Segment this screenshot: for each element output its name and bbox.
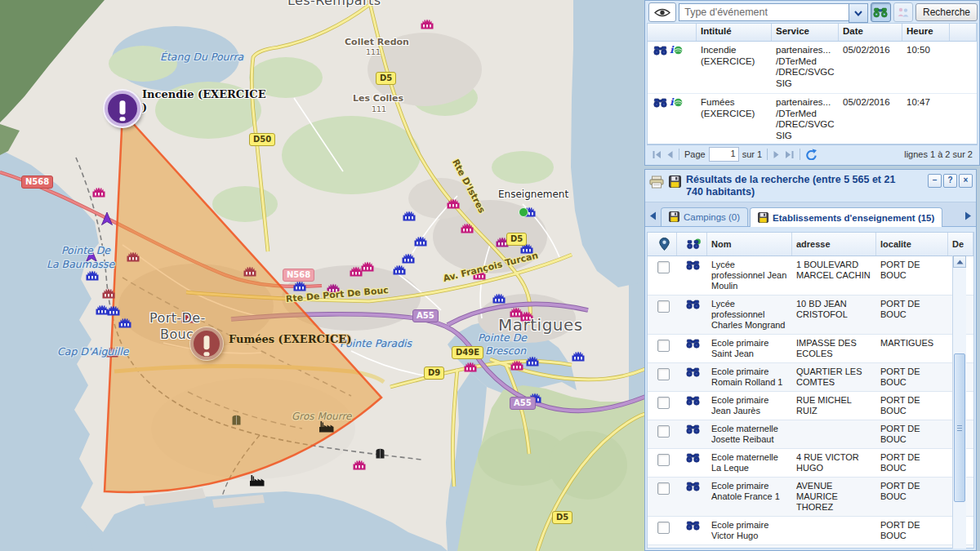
building-marker[interactable] <box>492 293 506 304</box>
results-scrollbar[interactable] <box>952 256 966 549</box>
tab-campings[interactable]: Campings (0) <box>661 207 748 226</box>
building-marker[interactable] <box>461 223 474 233</box>
building-marker[interactable] <box>361 261 374 272</box>
binoculars-icon[interactable] <box>686 396 700 408</box>
locate-on-map-button[interactable] <box>871 2 890 22</box>
result-row[interactable]: Ecole maternelle PORT DE BOUC <box>648 545 973 549</box>
binoculars-icon[interactable] <box>686 339 700 351</box>
binoculars-icon[interactable] <box>686 260 700 273</box>
result-row[interactable]: Ecole maternelle Josette Reibaut PORT DE… <box>648 420 973 449</box>
event-row[interactable]: i Fumées (EXERCICE) partenaires... /DTer… <box>648 94 977 144</box>
building-marker[interactable] <box>105 347 118 358</box>
building-marker[interactable] <box>107 305 120 316</box>
last-page-button[interactable] <box>784 150 795 159</box>
row-checkbox[interactable] <box>657 482 670 495</box>
building-marker[interactable] <box>572 351 585 362</box>
building-marker[interactable] <box>86 270 99 281</box>
row-checkbox[interactable] <box>657 397 670 409</box>
row-checkbox[interactable] <box>657 300 670 313</box>
minimize-button[interactable]: – <box>928 174 942 188</box>
building-marker[interactable] <box>293 281 306 291</box>
chevron-down-icon[interactable] <box>849 3 868 23</box>
people-filter-button[interactable] <box>893 2 913 22</box>
next-page-button[interactable] <box>773 150 781 159</box>
print-icon[interactable] <box>649 176 664 190</box>
event-type-value[interactable]: Type d'événement <box>679 3 849 21</box>
search-button[interactable]: Recherche <box>915 3 978 21</box>
tab-etablissements[interactable]: Etablissements d'enseignement (15) <box>750 207 942 227</box>
binoculars-icon[interactable] <box>686 367 700 380</box>
result-row[interactable]: Ecole primaire Anatole France 1 AVENUE M… <box>648 478 973 517</box>
binoculars-icon[interactable] <box>686 300 700 312</box>
event-header-service[interactable]: Service <box>772 24 839 41</box>
building-marker[interactable] <box>92 187 105 198</box>
tab-scroll-right-icon[interactable] <box>962 207 974 224</box>
result-row[interactable]: Ecole primaire Victor Hugo PORT DE BOUC <box>648 517 973 545</box>
scroll-up-icon[interactable] <box>953 256 966 268</box>
result-row[interactable]: Lycée professionnel Charles Mongrand 10 … <box>648 295 973 335</box>
event-row[interactable]: i Incendie (EXERCICE) partenaires... /DT… <box>648 42 977 94</box>
building-marker[interactable] <box>526 356 539 367</box>
header-nom[interactable]: Nom <box>707 233 792 256</box>
building-marker[interactable] <box>327 283 340 294</box>
building-marker[interactable] <box>520 311 533 322</box>
info-globe-icon[interactable]: i <box>670 46 683 55</box>
result-nom: Lycée professionnel Jean Moulin <box>707 256 792 295</box>
refresh-icon[interactable] <box>805 149 817 160</box>
binoculars-icon[interactable] <box>686 424 700 437</box>
result-nom: Ecole maternelle Josette Reibaut <box>707 420 792 448</box>
building-marker[interactable] <box>464 362 477 372</box>
building-marker[interactable] <box>510 360 523 371</box>
binoculars-icon[interactable] <box>686 453 700 465</box>
building-marker[interactable] <box>402 253 415 264</box>
row-checkbox[interactable] <box>657 522 670 534</box>
building-marker[interactable] <box>447 198 460 209</box>
scrollbar-thumb[interactable] <box>954 353 965 502</box>
previous-page-button[interactable] <box>666 150 674 159</box>
result-row[interactable]: Ecole primaire Saint Jean IMPASSE DES EC… <box>648 335 973 363</box>
building-marker[interactable] <box>523 207 536 217</box>
building-marker[interactable] <box>473 269 486 280</box>
result-row[interactable]: Lycée professionnel Jean Moulin 1 BOULEV… <box>648 256 973 295</box>
event-header-intitule[interactable]: Intitulé <box>697 24 772 41</box>
row-checkbox[interactable] <box>657 340 670 352</box>
close-button[interactable]: × <box>959 174 973 188</box>
result-row[interactable]: Ecole primaire Jean Jaurès RUE MICHEL RU… <box>648 392 973 420</box>
binoculars-icon[interactable] <box>653 98 667 111</box>
row-checkbox[interactable] <box>657 425 670 438</box>
building-marker[interactable] <box>118 318 131 328</box>
building-marker[interactable] <box>353 460 366 470</box>
building-marker[interactable] <box>102 288 115 299</box>
building-marker[interactable] <box>181 313 194 323</box>
result-row[interactable]: Ecole maternelle La Leque 4 RUE VICTOR H… <box>648 449 973 478</box>
tab-scroll-left-icon[interactable] <box>647 207 659 224</box>
locate-column-header[interactable] <box>677 233 707 256</box>
pin-column-header[interactable] <box>648 233 677 256</box>
event-header-heure[interactable]: Heure <box>902 24 950 41</box>
header-adresse[interactable]: adresse <box>792 233 876 256</box>
header-de[interactable]: De <box>948 233 973 256</box>
building-marker[interactable] <box>414 236 427 247</box>
building-marker[interactable] <box>421 19 434 29</box>
row-checkbox[interactable] <box>657 454 670 466</box>
building-marker[interactable] <box>403 211 416 221</box>
info-globe-icon[interactable]: i <box>670 98 683 107</box>
building-marker[interactable] <box>393 264 406 275</box>
page-number-input[interactable]: 1 <box>709 147 739 162</box>
building-marker[interactable] <box>127 251 140 262</box>
help-button[interactable]: ? <box>943 174 957 188</box>
result-row[interactable]: Ecole primaire Romain Rolland 1 QUARTIER… <box>648 363 973 392</box>
building-marker[interactable] <box>243 266 256 277</box>
save-icon[interactable] <box>669 176 681 189</box>
incident-marker[interactable] <box>105 91 140 127</box>
header-localite[interactable]: localite <box>876 233 948 256</box>
incident-marker[interactable] <box>190 327 223 360</box>
binoculars-icon[interactable] <box>686 521 700 533</box>
row-checkbox[interactable] <box>657 261 670 273</box>
row-checkbox[interactable] <box>657 368 670 380</box>
visibility-toggle-button[interactable] <box>648 2 676 22</box>
binoculars-icon[interactable] <box>653 46 667 59</box>
event-header-date[interactable]: Date <box>839 24 902 41</box>
first-page-button[interactable] <box>652 150 662 159</box>
binoculars-icon[interactable] <box>686 482 700 494</box>
